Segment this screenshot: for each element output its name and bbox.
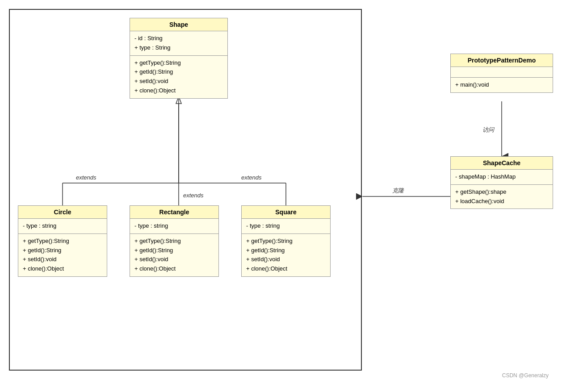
circle-method-1: + getId():String bbox=[23, 246, 102, 255]
demo-method-0: + main():void bbox=[455, 80, 548, 90]
square-attributes-section: - type : string bbox=[242, 219, 330, 234]
rectangle-class-header: Rectangle bbox=[130, 206, 218, 219]
visit-label: 访问 bbox=[482, 126, 494, 134]
demo-attributes-section bbox=[451, 67, 553, 78]
shape-method-0: + getType():String bbox=[134, 58, 223, 68]
main-container: extends extends extends 访问 克隆 Shape - id… bbox=[9, 9, 553, 383]
class-rectangle: Rectangle - type : string + getType():St… bbox=[130, 205, 219, 277]
rectangle-method-3: + clone():Object bbox=[134, 264, 214, 274]
square-method-2: + setId():void bbox=[246, 255, 326, 264]
watermark: CSDN @Generalzy bbox=[502, 372, 549, 379]
shapecache-method-1: + loadCache():void bbox=[455, 197, 548, 206]
square-method-3: + clone():Object bbox=[246, 264, 326, 274]
shape-method-1: + getId():String bbox=[134, 67, 223, 77]
extends-label-square: extends bbox=[241, 174, 262, 181]
demo-class-header: PrototypePatternDemo bbox=[451, 54, 553, 67]
circle-method-3: + clone():Object bbox=[23, 264, 102, 274]
rectangle-method-1: + getId():String bbox=[134, 246, 214, 255]
rectangle-method-2: + setId():void bbox=[134, 255, 214, 264]
class-circle: Circle - type : string + getType():Strin… bbox=[18, 205, 107, 277]
shape-attr-0: - id : String bbox=[134, 34, 223, 43]
rectangle-attr-0: - type : string bbox=[134, 221, 214, 231]
shapecache-attributes-section: - shapeMap : HashMap bbox=[451, 170, 553, 185]
rectangle-method-0: + getType():String bbox=[134, 237, 214, 246]
demo-methods-section: + main():void bbox=[451, 78, 553, 92]
square-method-1: + getId():String bbox=[246, 246, 326, 255]
rectangle-class-name: Rectangle bbox=[159, 209, 189, 216]
square-methods-section: + getType():String + getId():String + se… bbox=[242, 234, 330, 276]
shape-method-2: + setId():void bbox=[134, 77, 223, 86]
circle-attr-0: - type : string bbox=[23, 221, 102, 231]
square-attr-0: - type : string bbox=[246, 221, 326, 231]
square-class-header: Square bbox=[242, 206, 330, 219]
rectangle-methods-section: + getType():String + getId():String + se… bbox=[130, 234, 218, 276]
demo-class-name: PrototypePatternDemo bbox=[468, 57, 536, 64]
class-prototype-pattern-demo: PrototypePatternDemo + main():void bbox=[450, 54, 553, 93]
shape-method-3: + clone():Object bbox=[134, 86, 223, 96]
shapecache-class-header: ShapeCache bbox=[451, 157, 553, 170]
shapecache-method-0: + getShape():shape bbox=[455, 188, 548, 197]
circle-method-2: + setId():void bbox=[23, 255, 102, 264]
shape-attributes-section: - id : String + type : String bbox=[130, 31, 227, 56]
extends-label-circle: extends bbox=[76, 174, 96, 181]
square-class-name: Square bbox=[275, 209, 296, 216]
diagram-area: extends extends extends 访问 克隆 Shape - id… bbox=[9, 9, 553, 383]
shape-attr-1: + type : String bbox=[134, 43, 223, 53]
class-shape: Shape - id : String + type : String + ge… bbox=[130, 18, 228, 99]
class-shape-cache: ShapeCache - shapeMap : HashMap + getSha… bbox=[450, 156, 553, 209]
rectangle-attributes-section: - type : string bbox=[130, 219, 218, 234]
shapecache-methods-section: + getShape():shape + loadCache():void bbox=[451, 185, 553, 209]
circle-methods-section: + getType():String + getId():String + se… bbox=[18, 234, 107, 276]
circle-class-name: Circle bbox=[54, 209, 71, 216]
class-square: Square - type : string + getType():Strin… bbox=[241, 205, 331, 277]
clone-label: 克隆 bbox=[392, 187, 404, 195]
circle-class-header: Circle bbox=[18, 206, 107, 219]
shapecache-attr-0: - shapeMap : HashMap bbox=[455, 172, 548, 182]
shape-methods-section: + getType():String + getId():String + se… bbox=[130, 56, 227, 98]
square-method-0: + getType():String bbox=[246, 237, 326, 246]
shapecache-class-name: ShapeCache bbox=[483, 159, 520, 167]
circle-attributes-section: - type : string bbox=[18, 219, 107, 234]
circle-method-0: + getType():String bbox=[23, 237, 102, 246]
shape-class-name: Shape bbox=[169, 21, 188, 28]
extends-label-rectangle: extends bbox=[183, 192, 204, 199]
shape-class-header: Shape bbox=[130, 18, 227, 31]
